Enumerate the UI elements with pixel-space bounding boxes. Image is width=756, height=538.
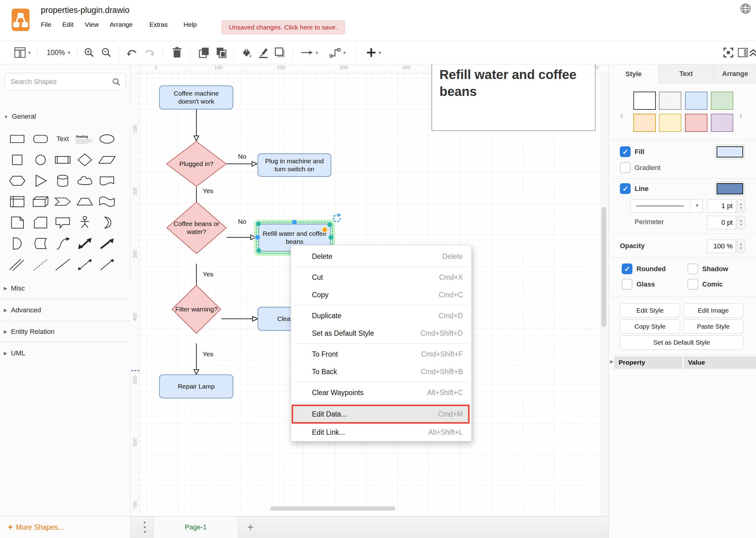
connection-point-n[interactable]: [292, 220, 297, 225]
shape-actor[interactable]: [75, 214, 95, 231]
shape-directional-connector[interactable]: [97, 256, 117, 273]
zoom-out-button[interactable]: [98, 41, 115, 64]
shape-square[interactable]: [7, 151, 27, 169]
value-column-header[interactable]: Value: [684, 356, 756, 369]
section-general[interactable]: ▼ General: [0, 107, 130, 126]
more-shapes-button[interactable]: + More Shapes...: [0, 516, 130, 538]
shape-tape[interactable]: [97, 193, 117, 210]
shape-triangle[interactable]: [30, 172, 51, 189]
flow-node-start[interactable]: Coffee machine doesn't work: [159, 85, 233, 109]
shape-note[interactable]: [7, 214, 27, 231]
shape-bidirectional-arrow[interactable]: [75, 235, 95, 252]
shadow-checkbox[interactable]: [687, 263, 698, 274]
undo-button[interactable]: [124, 41, 141, 64]
flow-node-plug-in[interactable]: Plug in machine and turn switch on: [258, 153, 331, 177]
perimeter-input[interactable]: 0 pt: [707, 216, 736, 229]
section-entity-relation[interactable]: ▶ Entity Relation: [0, 322, 130, 342]
context-menu-item-delete[interactable]: DeleteDelete: [291, 248, 472, 265]
flow-decision-plugged-in[interactable]: Plugged in?: [166, 141, 227, 187]
shape-callout[interactable]: [53, 214, 73, 231]
flow-node-repair-lamp[interactable]: Repair Lamp: [159, 374, 233, 399]
shape-cloud[interactable]: [75, 172, 95, 189]
zoom-in-button[interactable]: [80, 41, 98, 64]
shadow-button[interactable]: [272, 41, 288, 64]
shape-ellipse[interactable]: [97, 130, 117, 147]
menu-extras[interactable]: Extras: [149, 21, 168, 28]
style-swatch-gray[interactable]: [659, 92, 681, 110]
redo-button[interactable]: [141, 41, 158, 64]
pages-menu-icon[interactable]: •••: [142, 520, 148, 534]
selection-handle-e[interactable]: [328, 235, 334, 240]
context-menu-item-edit-link[interactable]: Edit Link...Alt+Shift+L: [291, 424, 472, 441]
swatch-prev-icon[interactable]: ‹: [620, 109, 623, 121]
flow-decision-beans-water[interactable]: Coffee beans or water?: [166, 201, 227, 254]
shape-circle[interactable]: [30, 151, 51, 169]
connection-style-dropdown[interactable]: ▼: [297, 41, 323, 64]
unsaved-changes-button[interactable]: Unsaved changes. Click here to save.: [221, 20, 345, 34]
edge-label-no[interactable]: No: [238, 153, 246, 160]
shape-hexagon[interactable]: [7, 172, 27, 189]
shape-process[interactable]: [53, 151, 73, 169]
perimeter-stepper[interactable]: ▲▼: [737, 216, 745, 229]
fill-checkbox[interactable]: [620, 146, 630, 157]
comic-checkbox[interactable]: [687, 279, 698, 290]
edge-label-yes[interactable]: Yes: [203, 350, 213, 358]
selection-handle-nw[interactable]: [256, 221, 261, 227]
style-swatch-yellow[interactable]: [659, 114, 681, 132]
line-style-dropdown[interactable]: ▼: [630, 199, 703, 213]
language-globe-icon[interactable]: [740, 3, 751, 14]
flow-decision-filter-warning[interactable]: Filter warning?: [172, 285, 221, 334]
menu-view[interactable]: View: [85, 21, 99, 28]
context-menu-item-to-back[interactable]: To BackCmd+Shift+B: [291, 363, 472, 381]
delete-button[interactable]: [169, 41, 186, 64]
context-menu-item-clear-waypoints[interactable]: Clear WaypointsAlt+Shift+C: [291, 384, 472, 402]
to-front-button[interactable]: [195, 41, 213, 64]
shape-rectangle[interactable]: [7, 130, 27, 147]
property-expand-icon[interactable]: ▶: [610, 359, 614, 364]
connection-point-w[interactable]: [255, 235, 260, 240]
line-width-input[interactable]: 1 pt: [707, 199, 736, 213]
shape-step[interactable]: [53, 193, 73, 210]
shape-search[interactable]: [5, 73, 126, 90]
shape-textbox[interactable]: Heading: [75, 130, 95, 147]
tab-arrange[interactable]: Arrange: [714, 64, 756, 83]
context-menu-item-set-default-style[interactable]: Set as Default StyleCmd+Shift+D: [291, 325, 472, 342]
add-page-button[interactable]: +: [242, 519, 259, 536]
tab-style[interactable]: Style: [609, 64, 658, 83]
shape-and[interactable]: [7, 235, 27, 252]
page-tab-1[interactable]: Page-1: [153, 516, 238, 538]
style-swatch-red[interactable]: [685, 114, 707, 132]
paste-style-button[interactable]: Paste Style: [683, 319, 743, 334]
gradient-checkbox[interactable]: [620, 162, 630, 173]
opacity-stepper[interactable]: ▲▼: [737, 240, 745, 253]
shape-parallelogram[interactable]: [97, 151, 117, 169]
shape-internal-storage[interactable]: [7, 193, 27, 210]
edit-style-button[interactable]: Edit Style: [620, 303, 680, 318]
edge-label-no[interactable]: No: [238, 218, 246, 225]
insert-dropdown[interactable]: ▼: [361, 41, 388, 64]
line-checkbox[interactable]: [620, 183, 630, 194]
shape-curve[interactable]: [53, 235, 73, 252]
edge-label-yes[interactable]: Yes: [203, 187, 213, 194]
edge-label-yes[interactable]: Yes: [203, 271, 213, 278]
copy-style-button[interactable]: Copy Style: [620, 319, 680, 334]
shape-trapezoid[interactable]: [75, 193, 95, 210]
zoom-level-dropdown[interactable]: 100%▼: [45, 41, 73, 64]
glass-checkbox[interactable]: [622, 279, 632, 290]
context-menu-item-copy[interactable]: CopyCmd+C: [291, 286, 472, 304]
shape-rounded-rectangle[interactable]: [30, 130, 51, 147]
waypoint-style-dropdown[interactable]: ▼: [325, 41, 351, 64]
line-width-stepper[interactable]: ▲▼: [737, 199, 745, 213]
shape-cylinder[interactable]: [53, 172, 73, 189]
style-swatch-purple[interactable]: [711, 114, 733, 132]
to-back-button[interactable]: [213, 41, 230, 64]
selection-handle-sw[interactable]: [256, 248, 262, 253]
shape-text[interactable]: Text: [53, 130, 73, 147]
shape-line[interactable]: [53, 256, 73, 273]
menu-help[interactable]: Help: [183, 21, 197, 28]
section-misc[interactable]: ▶ Misc: [0, 278, 130, 298]
shape-document[interactable]: [97, 172, 117, 189]
shape-diamond[interactable]: [75, 151, 95, 169]
opacity-input[interactable]: 100 %: [707, 240, 736, 253]
shape-data-storage[interactable]: [30, 235, 51, 252]
